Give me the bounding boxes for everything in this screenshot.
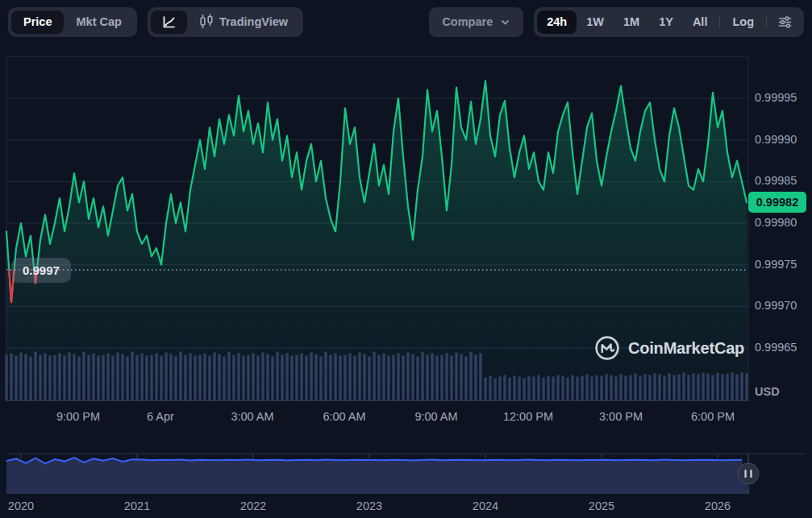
x-axis-label: 9:00 AM — [400, 410, 473, 423]
range-1y[interactable]: 1Y — [649, 10, 683, 34]
coinmarketcap-watermark: CoinMarketCap — [593, 334, 744, 362]
tradingview-label: TradingView — [219, 15, 288, 28]
line-chart-type-button[interactable] — [151, 10, 187, 34]
price-tab[interactable]: Price — [11, 10, 64, 34]
pause-handle-icon — [750, 470, 752, 478]
x-axis-label: 6 Apr — [124, 410, 197, 423]
divider — [719, 15, 720, 28]
x-axis-label: 9:00 PM — [42, 410, 115, 423]
coinmarketcap-logo-icon — [593, 334, 621, 362]
chart-toolbar: Price Mkt Cap Tr — [8, 6, 804, 37]
x-axis-label: 3:00 PM — [585, 410, 657, 423]
range-1w[interactable]: 1W — [577, 10, 614, 34]
log-scale-button[interactable]: Log — [722, 10, 764, 34]
candlestick-icon — [199, 14, 214, 30]
watermark-text: CoinMarketCap — [628, 339, 744, 358]
tradingview-chart-type-button[interactable]: TradingView — [187, 10, 300, 34]
navigator-area-fill — [6, 458, 748, 494]
x-axis-label: 3:00 AM — [216, 410, 289, 423]
navigator-handle[interactable] — [738, 463, 759, 484]
sliders-icon — [777, 15, 793, 30]
price-mktcap-toggle: Price Mkt Cap — [8, 7, 137, 37]
price-chart-canvas[interactable] — [0, 0, 812, 518]
y-axis-label: 0.99975 — [755, 258, 811, 271]
range-24h[interactable]: 24h — [537, 10, 577, 34]
x-axis-label: 6:00 AM — [308, 410, 381, 423]
line-chart-icon — [161, 15, 177, 30]
compare-button[interactable]: Compare — [429, 7, 523, 37]
y-axis-label: 0.99965 — [755, 341, 811, 354]
navigator-year-label: 2022 — [229, 499, 277, 512]
navigator-year-label: 2023 — [345, 499, 394, 512]
y-axis-label: 0.99980 — [755, 216, 811, 229]
y-axis-label: 0.99985 — [755, 174, 811, 187]
y-axis-label: 0.99995 — [755, 91, 811, 104]
y-axis-unit-label: USD — [755, 385, 780, 398]
chart-type-toggle: TradingView — [148, 7, 303, 37]
chevron-down-icon — [500, 17, 510, 27]
navigator-year-label: 2025 — [577, 499, 626, 512]
y-axis-label: 0.99990 — [755, 133, 811, 146]
chart-settings-button[interactable] — [769, 10, 801, 34]
pause-handle-icon — [744, 470, 746, 478]
compare-label: Compare — [442, 15, 493, 28]
x-axis-label: 12:00 PM — [492, 410, 564, 423]
navigator-year-label: 2026 — [693, 499, 742, 512]
divider — [766, 15, 767, 28]
navigator-year-label: 2020 — [0, 499, 45, 512]
navigator-year-label: 2021 — [113, 499, 161, 512]
navigator[interactable] — [6, 454, 806, 495]
x-axis-label: 6:00 PM — [677, 410, 749, 423]
navigator-year-label: 2024 — [461, 499, 510, 512]
range-all[interactable]: All — [683, 10, 718, 34]
range-selector: 24h 1W 1M 1Y All Log — [534, 7, 804, 37]
current-price-badge: 0.99982 — [748, 192, 806, 213]
y-axis-label: 0.99970 — [755, 299, 811, 312]
range-1m[interactable]: 1M — [614, 10, 649, 34]
reference-price-pill: 0.9997 — [11, 258, 71, 283]
mktcap-tab[interactable]: Mkt Cap — [64, 10, 133, 34]
